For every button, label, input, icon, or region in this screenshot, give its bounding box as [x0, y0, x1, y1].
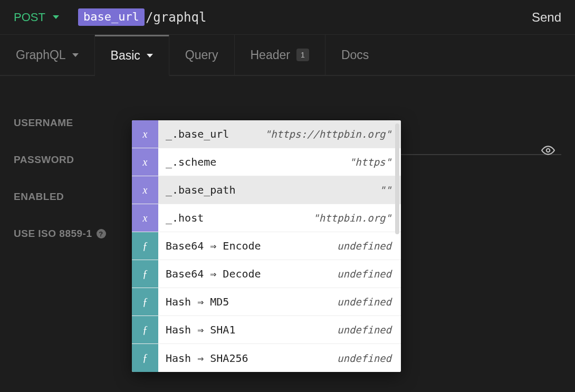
- scrollbar-thumb[interactable]: [395, 123, 399, 234]
- autocomplete-item-label: _.base_path: [158, 184, 370, 196]
- url-path: /graphql: [146, 10, 207, 25]
- autocomplete-item-preview: undefined: [328, 240, 401, 252]
- autocomplete-item[interactable]: ƒHash ⇒ SHA256undefined: [132, 344, 401, 372]
- autocomplete-item-label: Hash ⇒ SHA1: [158, 323, 328, 336]
- autocomplete-item[interactable]: x_.host"httpbin.org": [132, 204, 401, 232]
- autocomplete-item-label: Hash ⇒ MD5: [158, 295, 328, 308]
- autocomplete-item-label: Hash ⇒ SHA256: [158, 352, 328, 365]
- autocomplete-item[interactable]: ƒHash ⇒ SHA1undefined: [132, 316, 401, 344]
- tab-header-label: Header: [251, 48, 290, 62]
- eye-icon[interactable]: [541, 144, 555, 159]
- help-icon[interactable]: ?: [97, 229, 106, 238]
- tab-docs-label: Docs: [341, 48, 369, 62]
- tab-body-label: GraphQL: [16, 48, 66, 62]
- autocomplete-item[interactable]: ƒBase64 ⇒ Decodeundefined: [132, 260, 401, 288]
- url-input[interactable]: base_url /graphql: [78, 8, 207, 26]
- autocomplete-popover: x_.base_url"https://httpbin.org"x_.schem…: [132, 120, 401, 372]
- iso-label: USE ISO 8859-1 ?: [14, 228, 124, 240]
- auth-basic-form: USERNAME PASSWORD ENABLED USE ISO 8859-1…: [0, 76, 575, 266]
- variable-icon: x: [132, 120, 158, 148]
- url-variable-chip[interactable]: base_url: [78, 8, 145, 26]
- autocomplete-item-label: _.host: [158, 212, 303, 224]
- variable-icon: x: [132, 176, 158, 204]
- autocomplete-item-preview: "https": [340, 156, 401, 168]
- chevron-down-icon: [147, 54, 153, 58]
- autocomplete-item[interactable]: ƒHash ⇒ MD5undefined: [132, 288, 401, 316]
- function-icon: ƒ: [132, 288, 158, 315]
- autocomplete-item-preview: "https://httpbin.org": [255, 128, 401, 140]
- tab-auth-type[interactable]: Basic: [95, 35, 169, 76]
- autocomplete-item-preview: undefined: [328, 296, 401, 308]
- autocomplete-item-label: _.scheme: [158, 156, 340, 168]
- password-label: PASSWORD: [14, 154, 124, 166]
- username-label: USERNAME: [14, 117, 124, 129]
- autocomplete-item[interactable]: x_.scheme"https": [132, 148, 401, 176]
- autocomplete-list: x_.base_url"https://httpbin.org"x_.schem…: [132, 120, 401, 372]
- method-dropdown[interactable]: POST: [14, 11, 59, 24]
- function-icon: ƒ: [132, 344, 158, 372]
- autocomplete-item-preview: "httpbin.org": [303, 212, 401, 224]
- iso-label-text: USE ISO 8859-1: [14, 228, 92, 240]
- variable-icon: x: [132, 148, 158, 176]
- tab-body-type[interactable]: GraphQL: [0, 35, 95, 75]
- tab-header[interactable]: Header 1: [235, 35, 325, 75]
- autocomplete-item-label: Base64 ⇒ Encode: [158, 240, 328, 252]
- autocomplete-item-preview: undefined: [328, 324, 401, 336]
- chevron-down-icon: [72, 53, 79, 57]
- request-tabs: GraphQL Basic Query Header 1 Docs: [0, 35, 575, 76]
- method-label: POST: [14, 11, 45, 24]
- autocomplete-item[interactable]: x_.base_url"https://httpbin.org": [132, 120, 401, 148]
- tab-auth-label: Basic: [111, 49, 140, 63]
- enabled-label: ENABLED: [14, 191, 124, 203]
- autocomplete-item[interactable]: ƒBase64 ⇒ Encodeundefined: [132, 232, 401, 260]
- autocomplete-item-label: Base64 ⇒ Decode: [158, 267, 328, 280]
- function-icon: ƒ: [132, 316, 158, 343]
- send-button[interactable]: Send: [532, 10, 561, 25]
- tab-query-label: Query: [185, 48, 218, 62]
- header-count-badge: 1: [296, 49, 309, 61]
- autocomplete-item[interactable]: x_.base_path"": [132, 176, 401, 204]
- tab-docs[interactable]: Docs: [325, 35, 385, 75]
- tab-query[interactable]: Query: [169, 35, 235, 75]
- autocomplete-item-preview: undefined: [328, 352, 401, 364]
- chevron-down-icon: [53, 15, 59, 19]
- variable-icon: x: [132, 204, 158, 232]
- function-icon: ƒ: [132, 232, 158, 260]
- autocomplete-item-label: _.base_url: [158, 128, 255, 140]
- password-input-underline: [401, 154, 561, 155]
- function-icon: ƒ: [132, 260, 158, 288]
- request-bar: POST base_url /graphql Send: [0, 0, 575, 35]
- autocomplete-item-preview: undefined: [328, 268, 401, 280]
- svg-point-0: [547, 149, 550, 152]
